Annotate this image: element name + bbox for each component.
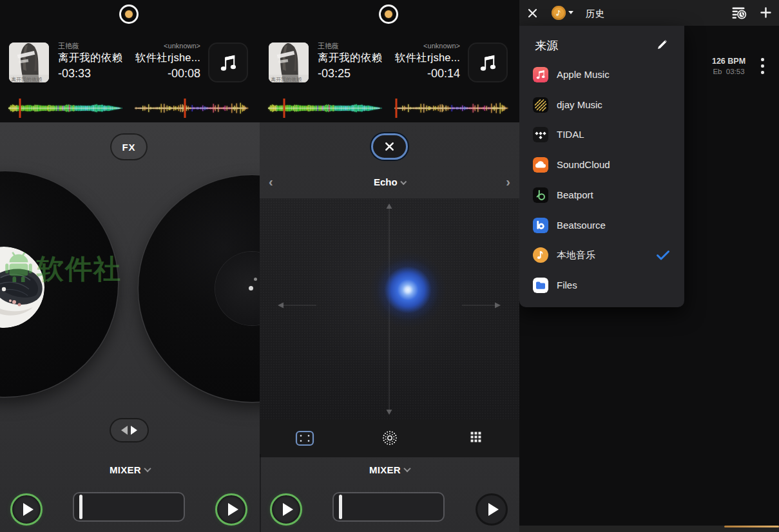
svg-text:离开我的依赖: 离开我的依赖 [11,77,43,82]
svg-text:离开我的依赖: 离开我的依赖 [271,77,302,82]
